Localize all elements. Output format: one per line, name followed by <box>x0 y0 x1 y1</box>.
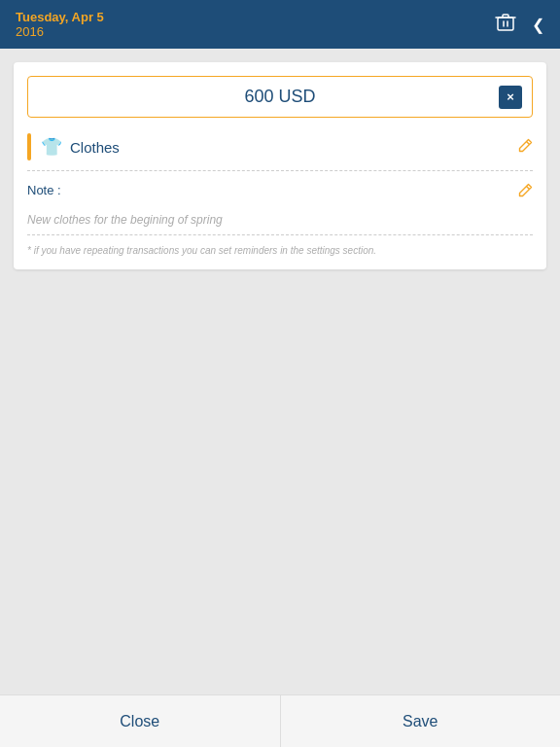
category-label: Clothes <box>70 139 517 156</box>
note-row: Note : <box>27 183 533 201</box>
trash-icon <box>495 12 516 33</box>
note-label: Note : <box>27 183 61 197</box>
pencil-icon <box>517 138 533 154</box>
delete-button[interactable] <box>495 12 516 38</box>
main-card: 600 USD × 👕 Clothes Note : * if you have… <box>14 62 546 269</box>
header-date-line1: Tuesday, Apr 5 <box>16 10 104 24</box>
header-date: Tuesday, Apr 5 2016 <box>16 10 104 39</box>
category-row: 👕 Clothes <box>27 133 533 171</box>
clear-button[interactable]: × <box>499 86 522 109</box>
amount-display: 600 USD <box>40 87 520 107</box>
category-indicator <box>27 133 31 160</box>
category-icon: 👕 <box>41 136 62 158</box>
chevron-left-icon <box>532 15 544 34</box>
category-edit-button[interactable] <box>517 138 533 157</box>
header-date-line2: 2016 <box>16 24 104 39</box>
header: Tuesday, Apr 5 2016 <box>0 0 560 49</box>
close-button[interactable]: Close <box>0 695 281 747</box>
back-button[interactable] <box>532 15 544 35</box>
note-pencil-icon <box>517 183 533 198</box>
note-edit-button[interactable] <box>517 183 533 201</box>
reminder-hint: * if you have repeating transactions you… <box>27 245 533 256</box>
header-actions <box>495 12 544 38</box>
amount-row: 600 USD × <box>27 76 533 118</box>
svg-rect-0 <box>498 18 513 30</box>
note-input[interactable] <box>27 209 533 235</box>
bottom-bar: Close Save <box>0 694 560 747</box>
save-button[interactable]: Save <box>281 695 561 747</box>
